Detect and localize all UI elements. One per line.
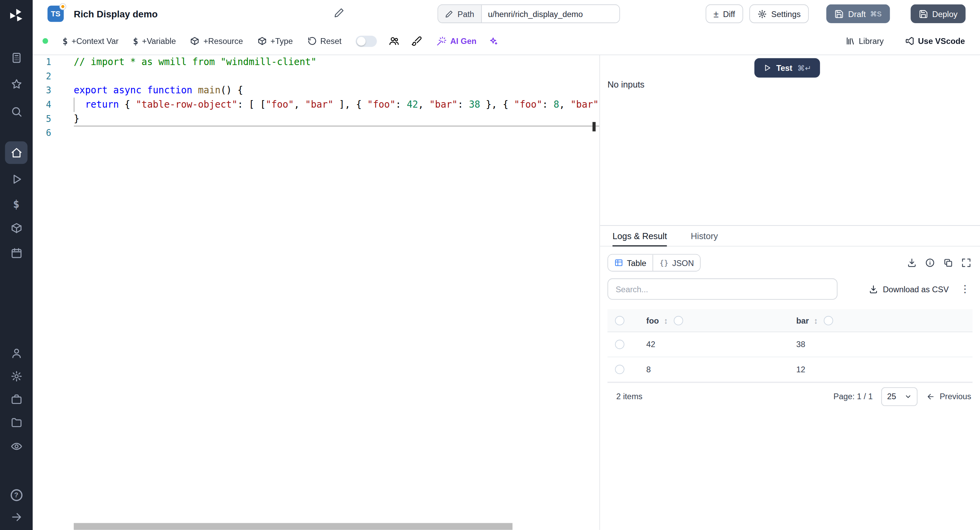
sidebar-item-audit[interactable]	[5, 436, 27, 456]
bracket-pair-guide	[74, 98, 75, 112]
tab-logs-result[interactable]: Logs & Result	[612, 226, 667, 246]
expand-result-button[interactable]	[961, 258, 971, 268]
add-resource-button[interactable]: +Resource	[190, 37, 243, 46]
top-header: TS Rich Display demo Path	[33, 0, 980, 27]
table-header-row: foo ↕ bar ↕	[608, 309, 972, 332]
row-checkbox[interactable]	[615, 365, 624, 374]
select-all-checkbox[interactable]	[615, 316, 624, 325]
clipboard-copy-icon	[943, 258, 953, 268]
view-toggle-json[interactable]: {} JSON	[653, 255, 700, 271]
code-line-5[interactable]: 5}	[33, 112, 600, 126]
code-line-6[interactable]: 6	[33, 126, 600, 140]
calculator-icon	[10, 52, 22, 64]
search-input[interactable]	[608, 278, 837, 299]
path-label: Path	[457, 9, 474, 19]
result-actions	[907, 258, 971, 268]
code-line-1[interactable]: 1// import * as wmill from "windmill-cli…	[33, 55, 600, 69]
previous-page-button[interactable]: Previous	[927, 392, 971, 401]
collaborators-button[interactable]	[389, 36, 399, 46]
sidebar-item-apps[interactable]	[5, 48, 27, 68]
draft-button[interactable]: Draft ⌘S	[826, 5, 889, 23]
sort-bar-button[interactable]: ↕	[814, 316, 818, 325]
column-bar-checkbox[interactable]	[824, 316, 833, 325]
download-icon	[869, 284, 878, 294]
use-vscode-button[interactable]: Use VScode	[905, 37, 965, 46]
dollar-icon: $	[13, 198, 19, 210]
code-editor[interactable]: 1// import * as wmill from "windmill-cli…	[33, 55, 600, 530]
add-variable-button[interactable]: $ +Variable	[133, 36, 176, 46]
code-line-4[interactable]: 4 return { "table-row-object": [ ["foo",…	[33, 98, 600, 112]
line-content: export async function main() {	[74, 83, 600, 98]
gear-icon	[757, 9, 767, 19]
reset-button[interactable]: Reset	[307, 37, 342, 46]
sidebar-item-variables[interactable]: $	[5, 194, 27, 214]
horizontal-scrollbar[interactable]	[74, 523, 512, 530]
ai-gen-label: AI Gen	[450, 37, 476, 46]
script-title: Rich Display demo	[74, 8, 158, 19]
ai-gen-button[interactable]: AI Gen	[437, 36, 476, 46]
sidebar-item-help[interactable]: ?	[5, 485, 27, 505]
diff-button[interactable]: ± Diff	[705, 5, 743, 23]
add-context-var-button[interactable]: $ +Context Var	[63, 36, 119, 46]
editor-toolbar: $ +Context Var $ +Variable +Resource +Ty…	[33, 27, 980, 55]
code-line-3[interactable]: 3export async function main() {	[33, 83, 600, 98]
sidebar-item-runs[interactable]	[5, 169, 27, 189]
edit-summary-button[interactable]	[334, 8, 344, 20]
folder-icon	[10, 416, 22, 428]
header-actions: ± Diff Settings Draft ⌘S	[705, 5, 966, 23]
add-type-button[interactable]: +Type	[257, 37, 293, 46]
sidebar-item-home[interactable]	[5, 141, 27, 164]
table-cell: 38	[788, 340, 972, 349]
sidebar-item-users[interactable]	[5, 343, 27, 363]
code-line-2[interactable]: 2	[33, 69, 600, 83]
arrow-right-icon	[10, 511, 22, 523]
sidebar-item-favorites[interactable]	[5, 74, 27, 94]
view-toggle-table[interactable]: Table	[608, 255, 653, 271]
diff-mode-toggle[interactable]	[356, 35, 377, 47]
main-area: TS Rich Display demo Path	[33, 0, 980, 530]
sidebar-item-settings[interactable]	[5, 366, 27, 386]
settings-button[interactable]: Settings	[749, 5, 808, 23]
add-context-var-label: +Context Var	[72, 37, 118, 46]
copy-result-button[interactable]	[943, 258, 953, 268]
view-json-label: JSON	[672, 258, 694, 268]
brush-icon	[411, 36, 422, 46]
sidebar-item-workers[interactable]	[5, 389, 27, 409]
deploy-button[interactable]: Deploy	[910, 5, 966, 23]
sidebar-item-folders[interactable]	[5, 412, 27, 432]
row-checkbox[interactable]	[615, 340, 624, 349]
test-button[interactable]: Test ⌘↵	[754, 58, 820, 78]
result-table: foo ↕ bar ↕ 4238812	[608, 309, 972, 410]
windmill-logo[interactable]	[6, 6, 26, 26]
pencil-icon	[445, 10, 453, 18]
path-edit-button[interactable]: Path	[438, 5, 482, 22]
sparkles-button[interactable]	[488, 36, 498, 46]
line-number: 3	[33, 83, 51, 98]
table-row: 4238	[608, 332, 972, 357]
result-info-button[interactable]	[925, 258, 935, 268]
sidebar-item-search[interactable]	[5, 102, 27, 121]
sidebar-item-resources[interactable]	[5, 218, 27, 238]
result-tabs: Logs & Result History	[600, 226, 980, 247]
download-csv-button[interactable]: Download as CSV	[869, 284, 949, 294]
sidebar-item-schedules[interactable]	[5, 243, 27, 263]
star-icon	[10, 78, 22, 90]
settings-label: Settings	[772, 9, 801, 19]
column-foo-checkbox[interactable]	[673, 316, 683, 325]
download-csv-label: Download as CSV	[883, 284, 949, 294]
line-content	[74, 126, 600, 140]
test-label: Test	[776, 63, 792, 73]
tab-history[interactable]: History	[691, 226, 718, 246]
path-input[interactable]	[482, 5, 620, 22]
sort-foo-button[interactable]: ↕	[664, 316, 668, 325]
eye-icon	[10, 440, 22, 452]
table-menu-button[interactable]: ⋮	[960, 284, 970, 294]
content-split: 1// import * as wmill from "windmill-cli…	[33, 55, 980, 530]
library-button[interactable]: Library	[846, 37, 884, 46]
format-button[interactable]	[411, 36, 422, 46]
briefcase-icon	[10, 393, 22, 405]
line-number: 4	[33, 98, 51, 112]
download-result-button[interactable]	[907, 258, 917, 268]
page-size-select[interactable]: 25	[882, 387, 918, 405]
sidebar-collapse-toggle[interactable]	[5, 507, 27, 527]
